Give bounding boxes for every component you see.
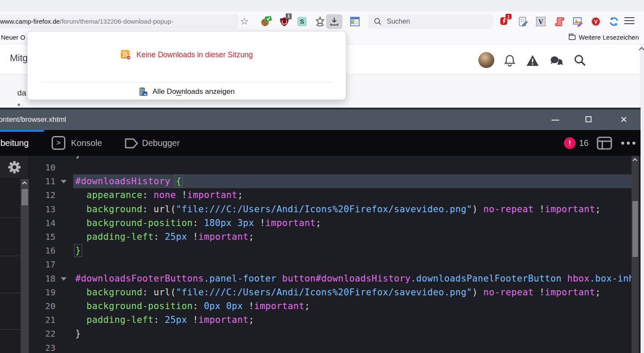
screen: www.camp-firefox.de/forum/thema/132206-d… xyxy=(0,0,644,353)
code-line-18[interactable]: #downloadsFooterButtons.panel-footer but… xyxy=(73,272,632,285)
fold-arrow-icon[interactable] xyxy=(61,180,67,183)
image-edit-extension-icon[interactable] xyxy=(572,16,583,27)
line-number-19[interactable]: 19 xyxy=(29,285,55,299)
devtools-titlebar[interactable]: ontent/browser.xhtml ✕ xyxy=(0,109,641,130)
user-avatar[interactable] xyxy=(478,52,494,68)
code-line-17[interactable] xyxy=(73,257,632,271)
downloadhelper-badge: 1 xyxy=(505,13,512,20)
code-line-21[interactable]: padding-left: 25px !important; xyxy=(73,313,632,327)
downloads-panel: Keine Downloads in dieser Sitzung Alle D… xyxy=(27,31,346,100)
window-top-strip xyxy=(0,0,644,12)
sync-arrows-icon xyxy=(608,16,619,27)
url-domain: www.camp-firefox.de xyxy=(0,18,60,25)
code-line-22[interactable]: } xyxy=(73,327,632,341)
code-line-13[interactable]: background: url("file:///C:/Users/Andi/I… xyxy=(73,202,632,216)
downloads-empty-message: Keine Downloads in dieser Sitzung xyxy=(136,50,253,59)
page-search-icon[interactable] xyxy=(574,54,586,66)
code-line-12[interactable]: appearance: none !important; xyxy=(73,188,632,202)
code-line-9[interactable]: } xyxy=(73,156,632,161)
error-count[interactable]: 16 xyxy=(579,130,589,156)
more-bookmarks-button[interactable]: Weitere Lesezeichen xyxy=(569,30,639,44)
line-number-12[interactable]: 12 xyxy=(29,188,55,202)
scroll-up-arrow-icon[interactable] xyxy=(639,47,644,53)
downloadhelper-extension-icon[interactable]: 1 xyxy=(499,16,510,27)
devtools-window: ontent/browser.xhtml ✕ beitung > Konsole… xyxy=(0,108,641,353)
scroll-extension-icon[interactable] xyxy=(554,16,565,27)
editor-scrollbar[interactable] xyxy=(632,156,639,353)
line-number-11[interactable]: 11 xyxy=(29,174,55,188)
line-number-15[interactable]: 15 xyxy=(29,230,55,244)
code-line-14[interactable]: background-position: 180px 3px !importan… xyxy=(73,216,632,230)
bookmark-star-icon[interactable]: ☆ xyxy=(238,15,251,28)
error-badge-icon[interactable]: ! xyxy=(564,137,576,149)
line-number-14[interactable]: 14 xyxy=(29,216,55,230)
line-number-10[interactable]: 10 xyxy=(29,161,55,174)
close-icon[interactable]: ✕ xyxy=(618,113,630,126)
settings-box[interactable] xyxy=(0,156,29,179)
star-tray-extension-icon[interactable] xyxy=(314,16,326,27)
list-scroll-thumb[interactable] xyxy=(22,189,28,205)
stylesheet-row-border xyxy=(0,256,21,256)
search-bar[interactable]: Suchen xyxy=(368,14,493,29)
downloads-history-label: Alle Downloads anzeigen xyxy=(153,87,235,96)
code-rows[interactable]: }#downloadsHistory { appearance: none !i… xyxy=(73,156,632,353)
stylesheet-list[interactable] xyxy=(0,179,21,353)
line-number-22[interactable]: 22 xyxy=(29,327,55,341)
editor-scroll-thumb[interactable] xyxy=(632,201,638,257)
url-text[interactable]: www.camp-firefox.de/forum/thema/132206-d… xyxy=(0,14,232,29)
sync-extension-icon[interactable] xyxy=(608,16,619,27)
menu-icon[interactable] xyxy=(624,17,635,25)
tab-style-editor[interactable]: beitung xyxy=(0,130,29,156)
stylesheet-chevron-icon[interactable]: › xyxy=(0,296,0,308)
code-line-20[interactable]: background-position: 0px 0px !important; xyxy=(73,299,632,313)
dock-layout-icon[interactable] xyxy=(597,136,612,150)
tab-debugger[interactable]: Debugger xyxy=(142,130,180,156)
line-number-21[interactable]: 21 xyxy=(29,313,55,327)
line-number-16[interactable]: 16 xyxy=(29,244,55,257)
folder-icon xyxy=(569,35,576,40)
fold-arrow-icon[interactable] xyxy=(61,277,67,281)
devtools-menu-icon[interactable] xyxy=(621,142,635,145)
code-line-11[interactable]: #downloadsHistory { xyxy=(73,174,632,188)
search-icon xyxy=(374,18,382,25)
forum-nav-fragment[interactable]: Mitg xyxy=(10,53,28,64)
userscript-extension-icon[interactable] xyxy=(518,16,529,27)
stylus-extension-icon[interactable]: S xyxy=(297,17,307,26)
notifications-bell-icon[interactable] xyxy=(504,54,516,67)
line-number-13[interactable]: 13 xyxy=(29,202,55,216)
code-line-16[interactable]: } xyxy=(73,244,632,257)
cookie-icon xyxy=(261,16,272,27)
chat-icon[interactable] xyxy=(549,56,564,67)
line-number-23[interactable]: 23 xyxy=(29,341,55,353)
code-line-15[interactable]: padding-left: 25px !important; xyxy=(73,230,632,244)
line-number-20[interactable]: 20 xyxy=(29,299,55,313)
video-extension-icon[interactable]: V xyxy=(590,16,601,27)
cookie-extension-icon[interactable] xyxy=(261,16,272,27)
line-number-17[interactable]: 17 xyxy=(29,257,55,271)
maximize-icon[interactable] xyxy=(585,116,592,122)
stylesheet-row-border xyxy=(0,293,21,293)
navigation-toolbar: www.camp-firefox.de/forum/thema/132206-d… xyxy=(0,12,644,30)
ublock-extension-icon[interactable]: 1 xyxy=(279,16,290,27)
downloads-button[interactable] xyxy=(326,14,342,29)
gear-icon xyxy=(8,161,21,174)
code-line-19[interactable]: background: url("file:///C:/Users/Andi/I… xyxy=(73,285,632,299)
v-extension-icon[interactable]: V xyxy=(536,17,545,26)
list-scroll-up-icon[interactable] xyxy=(22,181,27,186)
stylesheet-list-scrollbar[interactable] xyxy=(21,179,29,353)
warning-icon[interactable] xyxy=(526,54,539,67)
stylus-letter: S xyxy=(300,18,304,25)
devtools-right-edge xyxy=(639,156,641,353)
bookmark-item[interactable]: Neuer O xyxy=(1,30,25,44)
minimize-icon[interactable] xyxy=(552,120,559,121)
url-bar[interactable]: www.camp-firefox.de/forum/thema/132206-d… xyxy=(0,14,239,29)
line-number-18[interactable]: 18 xyxy=(29,272,55,285)
svg-text:V: V xyxy=(594,19,598,25)
tab-console[interactable]: Konsole xyxy=(71,130,102,156)
editor-scroll-up-icon[interactable] xyxy=(632,158,637,163)
code-line-10[interactable] xyxy=(73,161,632,174)
code-line-23[interactable] xyxy=(73,341,632,353)
table-extension-icon[interactable] xyxy=(349,16,361,27)
downloads-history-button[interactable]: Alle Downloads anzeigen xyxy=(28,83,346,100)
table-icon xyxy=(349,16,361,27)
